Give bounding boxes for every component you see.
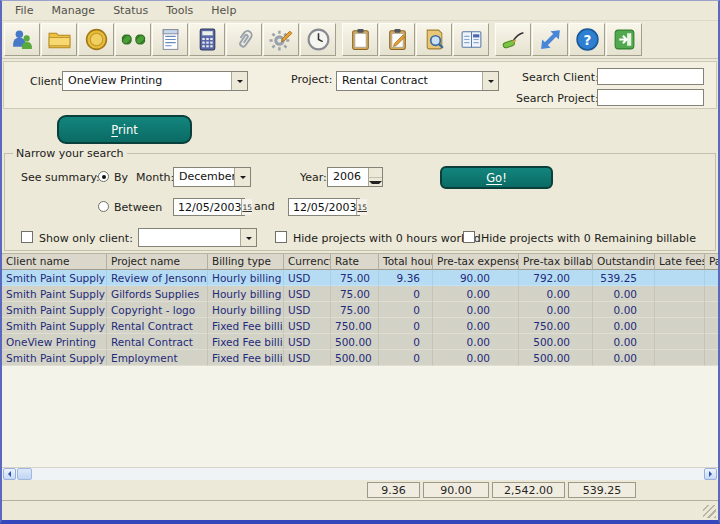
table-cell: Smith Paint Supply xyxy=(2,350,107,366)
table-cell: Smith Paint Supply xyxy=(2,270,107,286)
scrollbar-thumb[interactable] xyxy=(17,468,32,480)
column-header[interactable]: Project name xyxy=(107,254,208,270)
clipboard-button[interactable] xyxy=(342,23,378,56)
table-cell xyxy=(655,318,705,334)
paperclip-button[interactable] xyxy=(226,23,262,56)
go-button[interactable]: Go! xyxy=(440,166,553,189)
spin-up-icon[interactable] xyxy=(369,168,382,178)
total-pretax-billable-value: 2,542.00 xyxy=(492,482,565,498)
hide-zero-billable-checkbox[interactable] xyxy=(463,231,475,243)
spin-down-icon[interactable] xyxy=(369,178,382,187)
calendar-icon[interactable]: 15 xyxy=(356,199,367,215)
client-dropdown[interactable]: OneView Printing xyxy=(62,71,248,91)
clock-button[interactable] xyxy=(300,23,336,56)
resize-arrows-button[interactable] xyxy=(532,23,568,56)
toolbar: ? xyxy=(2,22,718,59)
date-from-field[interactable]: 12/05/2003 15 xyxy=(173,198,245,216)
show-only-client-checkbox[interactable] xyxy=(21,231,33,243)
table-cell xyxy=(655,350,705,366)
menu-manage[interactable]: Manage xyxy=(42,2,104,19)
by-radio[interactable] xyxy=(98,171,109,182)
paint-roller-button[interactable] xyxy=(495,23,531,56)
filter-panel: Client: OneView Printing Project: Rental… xyxy=(3,61,717,109)
invoice-button[interactable] xyxy=(152,23,188,56)
status-bar xyxy=(2,500,718,520)
table-row[interactable]: OneView PrintingRental ContractFixed Fee… xyxy=(2,334,718,350)
date-to-value: 12/05/2003 xyxy=(289,199,356,215)
table-cell: Rental Contract xyxy=(107,334,208,350)
ledger-button[interactable] xyxy=(453,23,489,56)
between-radio[interactable] xyxy=(98,201,109,212)
table-cell: 75.00 xyxy=(331,302,379,318)
column-header[interactable]: Rate xyxy=(331,254,379,270)
clipboard-edit-button[interactable] xyxy=(379,23,415,56)
month-dropdown[interactable]: December xyxy=(173,167,251,187)
table-cell: USD xyxy=(284,286,331,302)
help-button[interactable]: ? xyxy=(569,23,605,56)
coin-button[interactable] xyxy=(78,23,114,56)
column-header[interactable]: Billing type xyxy=(208,254,284,270)
table-cell: USD xyxy=(284,350,331,366)
dropdown-arrow-icon[interactable] xyxy=(482,72,498,90)
table-cell: Hourly billing xyxy=(208,270,284,286)
year-spinner[interactable]: 2006 xyxy=(327,167,383,187)
app-window: FileManageStatusToolsHelp ? Client: OneV… xyxy=(0,0,720,524)
links-icon xyxy=(121,27,146,52)
scroll-right-icon[interactable] xyxy=(704,468,717,480)
folder-button[interactable] xyxy=(41,23,77,56)
table-cell: USD xyxy=(284,318,331,334)
table-row[interactable]: Smith Paint SupplyEmploymentFixed Fee bi… xyxy=(2,350,718,366)
total-hours-value: 9.36 xyxy=(367,482,420,498)
dropdown-arrow-icon[interactable] xyxy=(234,168,250,186)
document-search-button[interactable] xyxy=(416,23,452,56)
table-cell: 75.00 xyxy=(331,286,379,302)
calculator-button[interactable] xyxy=(189,23,225,56)
table-cell: 792.00 xyxy=(519,270,593,286)
hide-zero-hours-checkbox[interactable] xyxy=(275,231,287,243)
clients-button[interactable] xyxy=(4,23,40,56)
scroll-left-icon[interactable] xyxy=(3,468,16,480)
column-header[interactable]: Client name xyxy=(2,254,107,270)
hide-zero-billable-label: Hide projects with 0 Remaining billable xyxy=(481,232,696,245)
clock-icon xyxy=(306,27,331,52)
exit-icon xyxy=(612,27,637,52)
exit-button[interactable] xyxy=(606,23,642,56)
links-button[interactable] xyxy=(115,23,151,56)
column-header[interactable]: Pre-tax expenses xyxy=(433,254,519,270)
coin-icon xyxy=(84,27,109,52)
client-dropdown-value: OneView Printing xyxy=(63,72,231,90)
table-cell: 0.00 xyxy=(433,318,519,334)
date-from-value: 12/05/2003 xyxy=(174,199,241,215)
show-only-client-dropdown[interactable] xyxy=(138,228,257,247)
horizontal-scrollbar[interactable] xyxy=(2,467,718,480)
project-label: Project: xyxy=(291,73,332,86)
dropdown-arrow-icon[interactable] xyxy=(240,229,256,246)
resize-grip-icon[interactable] xyxy=(703,505,716,518)
column-header[interactable]: Outstanding xyxy=(593,254,655,270)
column-header[interactable]: Pa xyxy=(705,254,718,270)
menu-tools[interactable]: Tools xyxy=(157,2,202,19)
table-cell: 0 xyxy=(379,286,433,302)
search-client-input[interactable] xyxy=(597,68,704,85)
menu-status[interactable]: Status xyxy=(104,2,157,19)
column-header[interactable]: Pre-tax billable xyxy=(519,254,593,270)
search-project-input[interactable] xyxy=(597,89,704,106)
menu-help[interactable]: Help xyxy=(202,2,245,19)
column-header[interactable]: Total hours xyxy=(379,254,433,270)
calendar-icon[interactable]: 15 xyxy=(241,199,252,215)
dropdown-arrow-icon[interactable] xyxy=(231,72,247,90)
menu-file[interactable]: File xyxy=(6,2,42,19)
print-button[interactable]: Print xyxy=(57,115,192,144)
table-row[interactable]: Smith Paint SupplyCopyright - logoHourly… xyxy=(2,302,718,318)
date-to-field[interactable]: 12/05/2003 15 xyxy=(288,198,360,216)
gear-pencil-button[interactable] xyxy=(263,23,299,56)
table-row[interactable]: Smith Paint SupplyReview of JensonnHourl… xyxy=(2,270,718,286)
project-dropdown[interactable]: Rental Contract xyxy=(336,71,499,91)
table-row[interactable]: Smith Paint SupplyGilfords SuppliesHourl… xyxy=(2,286,718,302)
table-row[interactable]: Smith Paint SupplyRental ContractFixed F… xyxy=(2,318,718,334)
ledger-icon xyxy=(459,27,484,52)
clipboard-icon xyxy=(348,27,373,52)
column-header[interactable]: Late fees due xyxy=(655,254,705,270)
column-header[interactable]: Currency xyxy=(284,254,331,270)
table-cell: Fixed Fee billin xyxy=(208,334,284,350)
